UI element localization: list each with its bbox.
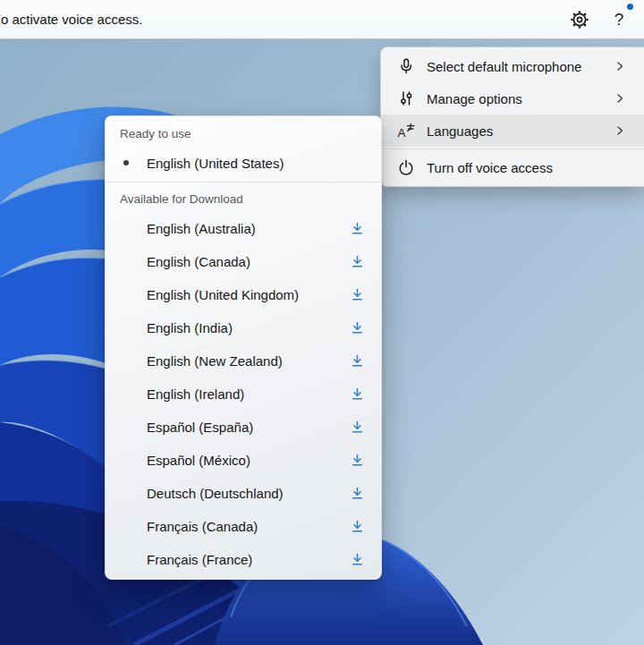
- menu-item-languages[interactable]: ALanguages: [381, 115, 644, 147]
- menu-item-turn-off-voice-access[interactable]: Turn off voice access: [381, 151, 644, 183]
- voice-access-status-text: o activate voice access.: [1, 12, 142, 27]
- language-item[interactable]: English (Canada): [106, 245, 381, 278]
- language-item[interactable]: Français (France): [106, 543, 381, 576]
- language-label: Deutsch (Deutschland): [147, 486, 351, 501]
- language-item-selected[interactable]: English (United States): [106, 147, 381, 179]
- microphone-icon: [396, 57, 415, 76]
- language-item[interactable]: English (Australia): [106, 212, 381, 245]
- submenu-separator: [106, 182, 381, 182]
- language-item[interactable]: Español (España): [106, 411, 381, 444]
- language-item[interactable]: English (New Zealand): [106, 344, 381, 378]
- language-label: English (United States): [147, 156, 284, 171]
- language-label: Español (España): [147, 420, 351, 435]
- download-icon[interactable]: [351, 222, 364, 235]
- section-header: Ready to use: [106, 120, 381, 147]
- language-item[interactable]: Français (Canada): [106, 510, 381, 543]
- help-icon: ?: [614, 10, 624, 30]
- download-icon[interactable]: [351, 553, 364, 566]
- chevron-right-icon: [614, 60, 626, 72]
- gear-icon: [570, 10, 589, 30]
- download-icon[interactable]: [351, 288, 364, 301]
- menu-item-manage-options[interactable]: Manage options: [381, 82, 644, 115]
- chevron-right-icon: [614, 124, 626, 137]
- menu-item-label: Select default microphone: [427, 59, 602, 74]
- download-icon[interactable]: [351, 255, 364, 268]
- menu-item-label: Turn off voice access: [427, 160, 626, 175]
- language-label: English (India): [147, 320, 351, 335]
- sliders-icon: [396, 89, 415, 108]
- download-icon[interactable]: [351, 520, 364, 533]
- section-header: Available for Download: [106, 185, 381, 212]
- languages-submenu: Ready to useEnglish (United States)Avail…: [105, 115, 382, 580]
- menu-item-label: Manage options: [427, 91, 602, 106]
- language-label: English (Ireland): [147, 386, 351, 402]
- titlebar-actions: ?: [569, 9, 644, 30]
- language-label: Français (France): [147, 552, 351, 567]
- translate-icon: A: [396, 122, 415, 140]
- menu-item-select-default-microphone[interactable]: Select default microphone: [381, 50, 644, 82]
- language-label: English (New Zealand): [147, 353, 351, 369]
- language-label: English (United Kingdom): [147, 287, 351, 302]
- help-button[interactable]: ?: [608, 9, 630, 30]
- download-icon[interactable]: [351, 321, 364, 335]
- language-item[interactable]: English (India): [106, 311, 381, 344]
- language-item[interactable]: English (Ireland): [106, 378, 381, 411]
- language-item[interactable]: Deutsch (Deutschland): [106, 477, 381, 510]
- download-icon[interactable]: [351, 387, 364, 401]
- download-icon[interactable]: [351, 454, 364, 467]
- download-icon[interactable]: [351, 420, 364, 434]
- language-item[interactable]: English (United Kingdom): [106, 278, 381, 311]
- notification-badge: [627, 4, 633, 10]
- selected-bullet-icon: [123, 160, 129, 165]
- download-icon[interactable]: [351, 487, 364, 500]
- desktop: o activate voice access. ?: [0, 0, 644, 645]
- chevron-right-icon: [614, 92, 626, 105]
- language-label: English (Canada): [147, 254, 351, 269]
- language-label: Français (Canada): [147, 519, 351, 534]
- voice-access-bar: o activate voice access. ?: [0, 0, 644, 39]
- settings-button[interactable]: [569, 9, 590, 30]
- download-icon[interactable]: [351, 354, 364, 368]
- menu-separator: [381, 149, 644, 149]
- svg-text:A: A: [397, 126, 405, 140]
- language-label: English (Australia): [147, 221, 351, 236]
- language-label: Español (México): [147, 453, 351, 468]
- language-item[interactable]: Español (México): [106, 444, 381, 477]
- menu-item-label: Languages: [427, 123, 602, 139]
- power-icon: [396, 158, 415, 177]
- voice-access-context-menu: Select default microphoneManage optionsA…: [380, 47, 644, 187]
